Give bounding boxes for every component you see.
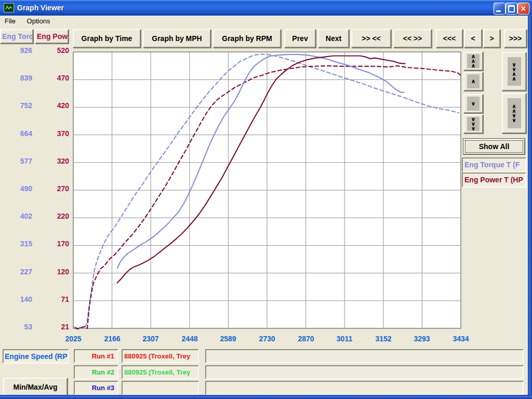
minimize-icon xyxy=(496,10,501,12)
torque-tick-label: 140 xyxy=(0,295,32,303)
menu-file[interactable]: File xyxy=(0,16,20,26)
torque-tick-label: 839 xyxy=(0,74,32,82)
minimize-button[interactable] xyxy=(494,3,506,15)
scroll-up-button[interactable]: ∧ xyxy=(463,72,483,91)
torque-tick-label: 402 xyxy=(0,212,32,220)
graph-viewer-window: { "window": { "title": "Graph Viewer", "… xyxy=(0,0,532,399)
graph-by-time-button[interactable]: Graph by Time xyxy=(73,29,141,48)
pan-left-fast-button[interactable]: <<< xyxy=(436,29,463,48)
run2-comment-field xyxy=(205,365,524,379)
power-axis-header[interactable]: Eng Powe xyxy=(35,29,69,44)
chevron-up-icon: ∧ xyxy=(467,74,480,88)
power-tick-label: 170 xyxy=(37,240,69,248)
window-border-bottom xyxy=(0,395,532,399)
chevrons-expand-icon: ∧ ∧ ∨ ∨ xyxy=(508,98,521,128)
graph-by-rpm-button[interactable]: Graph by RPM xyxy=(213,29,281,48)
rpm-tick-label: 2870 xyxy=(289,335,323,343)
power-tick-label: 420 xyxy=(37,101,69,110)
run2-value-field: 880925 (Troxell, Trey xyxy=(122,365,199,379)
power-tick-label: 21 xyxy=(37,323,69,331)
rpm-tick-label: 3293 xyxy=(405,335,438,343)
power-tick-label: 220 xyxy=(37,212,69,220)
maximize-button[interactable] xyxy=(506,3,517,15)
pan-left-button[interactable]: < xyxy=(464,29,482,48)
rpm-tick-label: 3152 xyxy=(367,335,400,343)
zoom-in-x-button[interactable]: >> << xyxy=(351,29,391,48)
close-button[interactable]: × xyxy=(517,3,529,15)
torque-tick-label: 752 xyxy=(0,101,32,110)
zoom-out-x-button[interactable]: << >> xyxy=(393,29,432,48)
rpm-tick-label: 2166 xyxy=(96,335,129,343)
power-tick-label: 520 xyxy=(37,46,69,55)
scroll-down-fast-button[interactable]: ∨ ∨ ∨ xyxy=(463,114,483,134)
rpm-tick-label: 3434 xyxy=(444,335,477,343)
triple-chevron-down-icon: ∨ ∨ ∨ xyxy=(467,117,480,131)
show-all-button[interactable]: Show All xyxy=(463,138,525,155)
rpm-tick-label: 2025 xyxy=(57,335,90,343)
torque-tick-label: 53 xyxy=(0,323,32,331)
power-tick-label: 120 xyxy=(37,268,69,276)
title-bar[interactable]: Graph Viewer xyxy=(0,0,532,16)
triple-chevron-up-icon: ∧ ∧ ∧ xyxy=(467,54,480,68)
prev-button[interactable]: Prev xyxy=(284,29,316,48)
torque-tick-label: 227 xyxy=(0,268,32,276)
run3-value-field xyxy=(122,381,199,395)
pan-right-fast-button[interactable]: >>> xyxy=(504,29,527,48)
legend-eng-torque[interactable]: Eng Torque T (F xyxy=(462,157,526,172)
run1-label: Run #1 xyxy=(74,349,118,363)
app-graph-icon xyxy=(4,3,14,12)
chart-plot[interactable] xyxy=(67,49,463,331)
legend-eng-power[interactable]: Eng Power T (HP xyxy=(462,172,526,188)
rpm-tick-label: 2448 xyxy=(173,335,206,343)
chevrons-collapse-icon: ∨ ∨ ∧ ∧ xyxy=(508,57,521,86)
torque-axis-header[interactable]: Eng Torq xyxy=(0,29,33,44)
run3-comment-field xyxy=(205,381,524,395)
run1-comment-field xyxy=(205,349,524,363)
rpm-tick-label: 2730 xyxy=(250,335,284,343)
rpm-tick-label: 2589 xyxy=(211,335,245,343)
menu-options[interactable]: Options xyxy=(22,16,55,26)
window-border-right xyxy=(528,15,532,399)
power-tick-label: 71 xyxy=(37,295,69,303)
chevron-down-icon: ∨ xyxy=(467,97,480,111)
expand-vertical-button[interactable]: ∧ ∧ ∨ ∨ xyxy=(502,93,526,134)
scroll-up-fast-button[interactable]: ∧ ∧ ∧ xyxy=(463,51,483,71)
run3-label: Run #3 xyxy=(74,381,118,395)
power-tick-label: 370 xyxy=(37,129,69,138)
rpm-tick-label: 2307 xyxy=(134,335,167,343)
x-axis-channel-field[interactable]: Engine Speed (RP xyxy=(3,349,69,364)
pan-right-button[interactable]: > xyxy=(483,29,500,48)
menu-bar: File Options xyxy=(0,16,528,27)
torque-tick-label: 315 xyxy=(0,240,32,248)
torque-tick-label: 926 xyxy=(0,46,32,55)
torque-tick-label: 490 xyxy=(0,184,32,193)
min-max-avg-button[interactable]: Min/Max/Avg xyxy=(3,378,68,396)
torque-tick-label: 664 xyxy=(0,129,32,138)
power-tick-label: 470 xyxy=(37,74,69,82)
scroll-down-button[interactable]: ∨ xyxy=(463,94,483,113)
graph-by-mph-button[interactable]: Graph by MPH xyxy=(143,29,211,48)
power-tick-label: 320 xyxy=(37,157,69,165)
run2-label: Run #2 xyxy=(74,365,118,379)
rpm-tick-label: 3011 xyxy=(328,335,361,343)
next-button[interactable]: Next xyxy=(318,29,349,48)
torque-tick-label: 577 xyxy=(0,157,32,165)
maximize-icon xyxy=(508,5,515,12)
collapse-vertical-button[interactable]: ∨ ∨ ∧ ∧ xyxy=(502,52,526,91)
power-tick-label: 270 xyxy=(37,184,69,193)
window-title: Graph Viewer xyxy=(17,4,64,12)
run1-value-field: 880925 (Troxell, Trey xyxy=(122,349,199,363)
close-icon: × xyxy=(521,5,526,13)
